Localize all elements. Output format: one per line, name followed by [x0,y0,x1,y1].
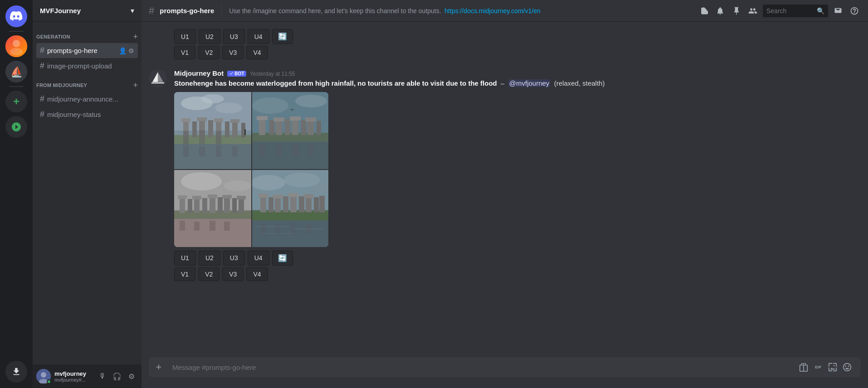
gif-button[interactable] [812,361,824,373]
v1-button[interactable]: V1 [174,267,195,281]
add-server-button[interactable]: + [5,91,27,112]
attach-file-button[interactable]: + [149,357,169,377]
message-input-area: + [141,357,868,388]
search-bar-label: Search [766,7,814,15]
svg-rect-29 [230,119,239,123]
help-icon[interactable] [848,5,861,17]
message-input-field[interactable] [172,359,794,376]
deafen-button[interactable]: 🎧 [111,370,123,383]
notification-icon[interactable] [714,5,727,17]
message-bold-text: Stonehenge has become waterlogged from h… [174,79,497,87]
server-icon-1[interactable] [5,35,27,57]
svg-rect-82 [194,222,200,231]
message-buttons-top: U1 U2 U3 U4 🔄 V1 V2 V3 V4 [141,29,868,65]
category-add-icon[interactable]: + [133,33,138,41]
add-member-icon[interactable]: 👤 [119,47,127,54]
svg-rect-21 [192,121,197,137]
svg-text:⛵: ⛵ [10,66,23,78]
message-mention[interactable]: @mvfjourney [508,79,551,87]
explore-servers-button[interactable] [5,116,27,138]
v4-button-top[interactable]: V4 [246,46,268,59]
svg-rect-109 [260,222,266,235]
stonehenge-image-br[interactable] [252,170,328,247]
svg-rect-100 [299,196,304,213]
svg-rect-57 [259,144,265,157]
server-header[interactable]: MVFJourney ▾ [33,0,141,22]
svg-rect-53 [301,120,306,135]
server-divider [9,31,24,32]
v4-button[interactable]: V4 [246,267,268,281]
svg-rect-37 [216,146,221,157]
user-settings-button[interactable]: ⚙ [125,370,138,383]
boost-icon[interactable] [697,5,710,17]
svg-rect-94 [268,197,273,213]
v3-button[interactable]: V3 [222,267,244,281]
sticker-button[interactable] [826,361,839,373]
svg-rect-99 [288,193,298,197]
channel-item-midjourney-announce[interactable]: # midjourney-announce... [36,92,138,107]
server-divider-2 [9,86,24,87]
svg-rect-50 [285,119,290,135]
svg-rect-20 [181,118,190,122]
stonehenge-image-bl[interactable] [174,170,251,247]
category-add-icon-2[interactable]: + [133,81,138,89]
stonehenge-image-tr[interactable] [252,92,328,169]
svg-rect-35 [183,146,189,157]
channel-item-prompts-go-here[interactable]: # prompts-go-here 👤 ⚙ [36,43,138,58]
u2-button-top[interactable]: U2 [199,29,220,44]
v1-button-top[interactable]: V1 [174,46,195,59]
message-tags: (relaxed, stealth) [554,79,605,87]
emoji-button[interactable] [841,361,853,373]
server-icon-midjourney[interactable]: ⛵ [5,61,27,82]
category-generation-label: GENERATION [36,34,70,39]
v2-button-top[interactable]: V2 [198,46,219,59]
v2-button[interactable]: V2 [198,267,219,281]
pin-icon[interactable] [730,5,743,17]
u4-button-top[interactable]: U4 [248,29,269,44]
search-bar[interactable]: Search 🔍 [763,5,828,17]
refresh-button[interactable]: 🔄 [272,251,293,266]
svg-rect-110 [275,223,281,234]
category-generation[interactable]: GENERATION + [33,25,141,43]
u3-button[interactable]: U3 [223,251,245,266]
channel-item-image-prompt-upload[interactable]: # image-prompt-upload [36,58,138,73]
channel-header: # prompts-go-here Use the /imagine comma… [141,0,868,22]
mute-button[interactable]: 🎙 [96,370,109,383]
svg-point-42 [295,95,327,107]
stonehenge-image-tl[interactable] [174,92,251,169]
category-from-midjourney[interactable]: FROM MIDJOURNEY + [33,74,141,91]
message-input-actions [797,361,853,373]
channel-item-midjourney-status[interactable]: # midjourney-status [36,107,138,122]
members-icon[interactable] [746,5,759,17]
stonehenge-image-grid[interactable] [174,92,328,247]
settings-icon[interactable]: ⚙ [128,47,134,54]
message-text-stonehenge: Stonehenge has become waterlogged from h… [174,79,861,88]
svg-rect-49 [273,117,284,121]
v3-button-top[interactable]: V3 [222,46,244,59]
u1-button[interactable]: U1 [174,251,196,266]
svg-rect-84 [224,222,230,231]
channel-name-label: prompts-go-here [47,47,116,54]
download-button[interactable] [5,361,27,383]
midjourney-docs-link[interactable]: https://docs.midjourney.com/v1/en [444,7,540,15]
svg-point-87 [252,175,285,190]
channel-header-description: Use the /imagine command here, and let's… [229,7,692,15]
refresh-button-top[interactable]: 🔄 [272,29,293,44]
svg-rect-78 [232,198,237,213]
u3-button-top[interactable]: U3 [223,29,245,44]
svg-point-63 [181,172,222,190]
svg-rect-111 [290,222,297,235]
svg-rect-23 [197,117,207,121]
gift-button[interactable] [797,361,810,373]
channel-hash-icon: # [40,46,44,55]
u1-button-top[interactable]: U1 [174,29,196,44]
channel-header-name: prompts-go-here [160,7,214,15]
u2-button[interactable]: U2 [199,251,220,266]
inbox-icon[interactable] [832,5,844,17]
action-buttons-row1-top: U1 U2 U3 U4 🔄 [174,29,861,44]
main-content: # prompts-go-here Use the /imagine comma… [141,0,868,388]
svg-rect-32 [183,131,189,145]
discord-home-icon[interactable] [5,5,27,27]
svg-rect-68 [178,195,187,199]
u4-button[interactable]: U4 [248,251,269,266]
